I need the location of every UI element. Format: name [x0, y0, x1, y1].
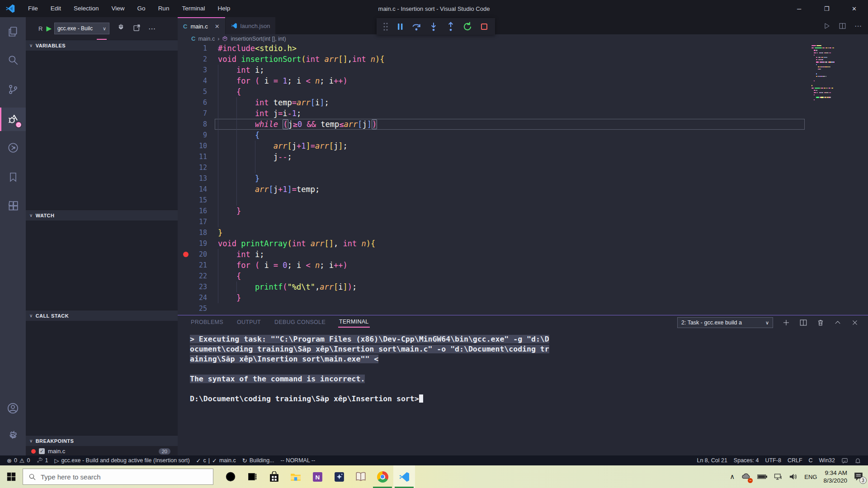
speaker-icon[interactable] — [789, 473, 798, 481]
minimap[interactable] — [810, 43, 866, 315]
platform[interactable]: Win32 — [816, 455, 838, 465]
extensions-icon[interactable] — [0, 195, 26, 218]
menu-file[interactable]: File — [22, 0, 44, 17]
search-icon[interactable] — [0, 48, 26, 72]
vscode-taskbar-icon[interactable] — [393, 465, 415, 488]
code-line-1[interactable]: 1#include<stdio.h> — [178, 43, 808, 54]
debug-task-status[interactable]: ▷ gcc.exe - Build and debug active file … — [51, 455, 193, 465]
code-line-16[interactable]: 16} — [178, 206, 808, 216]
launch-config-dropdown[interactable]: gcc.exe - Builc ∨ — [54, 23, 109, 34]
close-icon[interactable]: ✕ — [215, 23, 220, 30]
building-status[interactable]: ↻ Building... — [239, 455, 278, 465]
microsoft-store-icon[interactable] — [263, 465, 285, 488]
task-view-icon[interactable] — [241, 465, 263, 488]
photos-icon[interactable] — [328, 465, 350, 488]
restart-button[interactable] — [462, 21, 473, 32]
account-icon[interactable] — [0, 396, 26, 420]
code-line-9[interactable]: 9{ — [178, 130, 808, 141]
code-line-6[interactable]: 6int temp=arr[i]; — [178, 97, 808, 108]
code-line-24[interactable]: 24} — [178, 292, 808, 303]
problems-status[interactable]: ⊗ 0 ⚠ 0 — [4, 455, 33, 465]
code-line-23[interactable]: 23printf("%d\t",arr[i]); — [178, 282, 808, 292]
tab-debug-console[interactable]: DEBUG CONSOLE — [274, 317, 326, 327]
drag-handle[interactable] — [382, 22, 389, 31]
code-line-8[interactable]: 8while (j≥0 && temp≤arr[j]) — [178, 119, 808, 130]
menu-help[interactable]: Help — [211, 0, 236, 17]
code-line-21[interactable]: 21for ( i = 0; i < n; i++) — [178, 260, 808, 271]
code-line-7[interactable]: 7int j=i-1; — [178, 108, 808, 119]
call-stack-body[interactable] — [26, 321, 178, 435]
tools-status[interactable]: 1 — [33, 455, 51, 465]
action-center-icon[interactable]: 3 — [854, 472, 863, 482]
tray-clock[interactable]: 9:34 AM 8/3/2020 — [823, 469, 847, 484]
tab-output[interactable]: OUTPUT — [236, 317, 262, 327]
code-editor[interactable]: 1#include<stdio.h>2void insertionSort(in… — [178, 43, 868, 315]
network-icon[interactable] — [774, 473, 783, 481]
tab-terminal[interactable]: TERMINAL — [338, 317, 370, 328]
maximize-panel-icon[interactable] — [834, 319, 842, 327]
file-explorer-icon[interactable] — [285, 465, 307, 488]
battery-icon[interactable] — [757, 474, 767, 480]
code-line-4[interactable]: 4for ( i = 1; i < n; i++) — [178, 75, 808, 86]
section-breakpoints[interactable]: ∨ BREAKPOINTS — [26, 435, 178, 446]
views-more-icon[interactable]: ⋯ — [148, 24, 156, 33]
notifications-bell[interactable] — [851, 455, 864, 465]
close-button[interactable]: ✕ — [840, 0, 868, 17]
code-line-3[interactable]: 3int i; — [178, 65, 808, 75]
open-launch-json-icon[interactable] — [132, 23, 141, 34]
more-actions-icon[interactable]: ⋯ — [854, 22, 862, 30]
tab-launch-json[interactable]: launch.json — [226, 17, 276, 34]
feedback-smiley[interactable] — [838, 455, 851, 465]
test-explorer-icon[interactable] — [0, 136, 26, 160]
encoding[interactable]: UTF-8 — [762, 455, 784, 465]
restore-button[interactable]: ❐ — [813, 0, 840, 17]
onenote-icon[interactable]: N — [307, 465, 328, 488]
step-out-button[interactable] — [445, 21, 456, 32]
code-line-17[interactable]: 17 — [178, 216, 808, 227]
indentation[interactable]: Spaces: 4 — [731, 455, 762, 465]
pause-button[interactable] — [395, 22, 405, 32]
taskbar-search[interactable]: Type here to search — [23, 469, 213, 485]
code-line-19[interactable]: 19void printArray(int arr[], int n){ — [178, 238, 808, 249]
kill-terminal-trash-icon[interactable] — [816, 319, 825, 327]
menu-go[interactable]: Go — [131, 0, 152, 17]
tab-problems[interactable]: PROBLEMS — [190, 317, 224, 327]
cursor-position[interactable]: Ln 8, Col 21 — [693, 455, 730, 465]
terminal-dropdown[interactable]: 2: Task - gcc.exe build a ∨ — [677, 317, 773, 328]
menu-edit[interactable]: Edit — [44, 0, 67, 17]
section-watch[interactable]: ∨ WATCH — [26, 210, 178, 221]
section-variables[interactable]: ∨ VARIABLES — [26, 40, 178, 51]
code-line-5[interactable]: 5{ — [178, 86, 808, 97]
breakpoint-list-item[interactable]: ✓ main.c 20 — [26, 446, 178, 456]
cortana-icon[interactable] — [220, 465, 241, 488]
stop-button[interactable] — [479, 22, 489, 32]
tab-main-c[interactable]: C main.c ✕ — [178, 17, 225, 34]
code-line-11[interactable]: 11j--; — [178, 151, 808, 162]
code-line-18[interactable]: 18} — [178, 227, 808, 238]
new-terminal-icon[interactable] — [782, 319, 790, 327]
close-panel-icon[interactable] — [851, 319, 859, 327]
configure-gear-icon[interactable] — [117, 23, 125, 34]
code-line-15[interactable]: 15 — [178, 195, 808, 206]
menu-selection[interactable]: Selection — [67, 0, 105, 17]
tray-chevron-up-icon[interactable]: ∧ — [730, 473, 735, 481]
lang-lint-status[interactable]: ✓ c | ✓ main.c — [193, 455, 239, 465]
menu-terminal[interactable]: Terminal — [175, 0, 211, 17]
language-mode[interactable]: C — [806, 455, 816, 465]
breadcrumb-symbol[interactable]: insertionSort(int [], int) — [231, 36, 286, 42]
section-call-stack[interactable]: ∨ CALL STACK — [26, 310, 178, 321]
minimize-button[interactable]: ─ — [785, 0, 813, 17]
run-and-debug-icon[interactable] — [0, 108, 26, 131]
run-file-icon[interactable] — [823, 22, 830, 30]
code-line-22[interactable]: 22{ — [178, 271, 808, 282]
source-control-icon[interactable] — [0, 78, 26, 101]
settings-gear-icon[interactable] — [0, 424, 26, 448]
code-line-2[interactable]: 2void insertionSort(int arr[],int n){ — [178, 54, 808, 65]
code-line-14[interactable]: 14arr[j+1]=temp; — [178, 184, 808, 195]
start-debug-icon[interactable]: ▶ — [46, 24, 52, 33]
breakpoint-checkbox[interactable]: ✓ — [39, 448, 45, 454]
menu-view[interactable]: View — [105, 0, 131, 17]
code-line-20[interactable]: 20int i; — [178, 249, 808, 260]
chrome-icon[interactable] — [372, 465, 393, 488]
variables-body[interactable] — [26, 51, 178, 210]
